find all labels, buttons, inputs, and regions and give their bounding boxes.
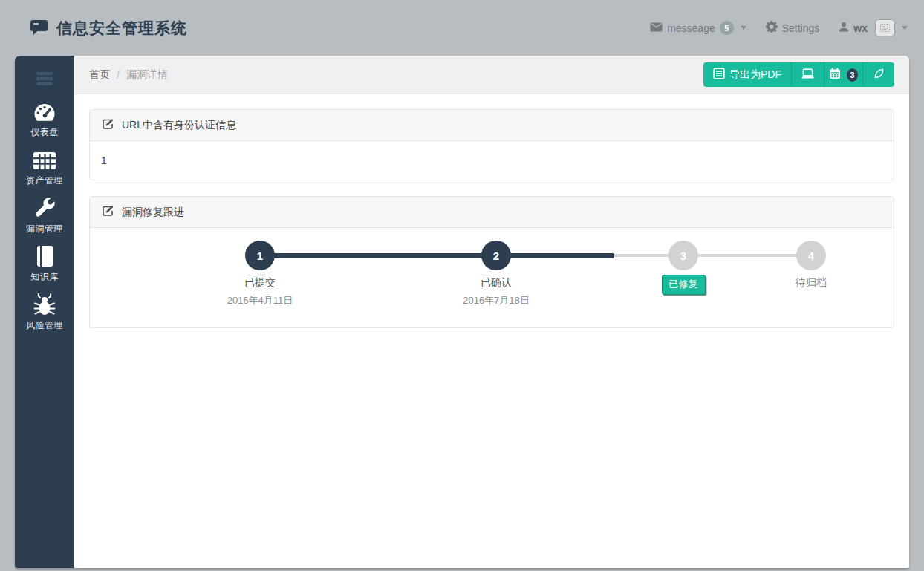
calendar-count-badge: 3 bbox=[847, 68, 858, 82]
panel-fix-progress: 漏洞修复跟进 1 已提交 2016年4月11日 2 已确认 2016年7月18日 bbox=[89, 196, 894, 328]
settings-label: Settings bbox=[782, 22, 820, 34]
grid-icon bbox=[33, 149, 56, 171]
messages-count-badge: 5 bbox=[720, 21, 734, 35]
breadcrumb: 首页 / 漏洞详情 bbox=[89, 68, 168, 82]
mark-fixed-button[interactable]: 已修复 bbox=[662, 275, 706, 295]
panel-title: URL中含有身份认证信息 bbox=[122, 119, 236, 132]
breadcrumb-separator: / bbox=[117, 69, 120, 81]
step-archive: 4 待归档 bbox=[737, 228, 885, 290]
gear-icon bbox=[766, 21, 778, 35]
step-date: 2016年4月11日 bbox=[186, 294, 334, 307]
chevron-down-icon bbox=[902, 26, 908, 30]
avatar bbox=[875, 19, 895, 36]
comment-button[interactable] bbox=[862, 62, 894, 87]
brand: 信息安全管理系统 bbox=[30, 18, 187, 39]
calendar-icon bbox=[829, 68, 841, 82]
step-circle: 2 bbox=[481, 241, 511, 270]
step-circle: 4 bbox=[796, 241, 826, 270]
leaf-icon bbox=[873, 68, 885, 82]
export-pdf-label: 导出为PDF bbox=[729, 68, 781, 82]
user-dropdown[interactable]: wx bbox=[839, 19, 908, 36]
breadcrumb-current: 漏洞详情 bbox=[126, 68, 168, 82]
wrench-icon bbox=[33, 197, 56, 219]
menu-toggle-icon[interactable] bbox=[36, 70, 53, 88]
step-circle: 3 bbox=[668, 241, 698, 270]
gauge-icon bbox=[33, 100, 56, 123]
header-menu: messeage 5 Settings wx bbox=[650, 19, 908, 36]
messages-label: messeage bbox=[667, 22, 715, 34]
step-label: 已确认 bbox=[422, 276, 570, 290]
display-button[interactable] bbox=[791, 62, 824, 87]
sidebar-item-assets[interactable]: 资产管理 bbox=[15, 149, 74, 187]
panel-header: URL中含有身份认证信息 bbox=[90, 110, 894, 141]
page-title: 信息安全管理系统 bbox=[56, 18, 187, 39]
step-date: 2016年7月18日 bbox=[422, 294, 570, 307]
sidebar: 仪表盘 资产管理 bbox=[15, 56, 74, 568]
settings-menu[interactable]: Settings bbox=[766, 21, 820, 35]
document-icon bbox=[713, 68, 725, 82]
sidebar-item-label: 风险管理 bbox=[26, 319, 63, 332]
sidebar-item-dashboard[interactable]: 仪表盘 bbox=[15, 100, 74, 139]
step-label: 待归档 bbox=[737, 276, 885, 290]
panel-title: 漏洞修复跟进 bbox=[122, 206, 184, 219]
user-name: wx bbox=[853, 22, 868, 34]
sidebar-item-label: 漏洞管理 bbox=[26, 223, 63, 235]
content-area: URL中含有身份认证信息 1 漏洞修复跟进 bbox=[74, 94, 909, 568]
main-area: 首页 / 漏洞详情 导出为PDF bbox=[74, 56, 909, 568]
sidebar-item-risk[interactable]: 风险管理 bbox=[15, 293, 74, 332]
app-logo-icon bbox=[30, 18, 49, 39]
progress-stepper: 1 已提交 2016年4月11日 2 已确认 2016年7月18日 3 已修复 bbox=[90, 228, 894, 327]
sidebar-item-label: 资产管理 bbox=[26, 174, 63, 187]
breadcrumb-home[interactable]: 首页 bbox=[89, 68, 110, 82]
sidebar-item-label: 知识库 bbox=[30, 271, 59, 284]
app-window: 仪表盘 资产管理 bbox=[15, 56, 909, 568]
step-circle: 1 bbox=[245, 241, 275, 270]
step-fixed: 3 已修复 bbox=[609, 228, 758, 295]
edit-icon bbox=[101, 204, 114, 220]
edit-icon bbox=[101, 117, 114, 133]
step-submitted: 1 已提交 2016年4月11日 bbox=[186, 228, 334, 307]
export-pdf-button[interactable]: 导出为PDF bbox=[703, 62, 791, 87]
chevron-down-icon bbox=[741, 26, 746, 30]
user-icon bbox=[839, 22, 849, 34]
sidebar-item-vulnerabilities[interactable]: 漏洞管理 bbox=[15, 197, 74, 235]
panel-vulnerability-info: URL中含有身份认证信息 1 bbox=[89, 109, 894, 180]
toolbar-button-group: 导出为PDF bbox=[703, 62, 894, 87]
messages-dropdown[interactable]: messeage 5 bbox=[650, 21, 746, 35]
panel-header: 漏洞修复跟进 bbox=[90, 197, 894, 228]
sidebar-nav: 仪表盘 资产管理 bbox=[15, 100, 74, 332]
panel-body: 1 bbox=[90, 141, 894, 180]
book-icon bbox=[34, 245, 55, 267]
bug-icon bbox=[33, 293, 56, 316]
breadcrumb-bar: 首页 / 漏洞详情 导出为PDF bbox=[74, 56, 909, 94]
top-header: 信息安全管理系统 messeage 5 Settings bbox=[0, 0, 924, 56]
calendar-button[interactable]: 3 bbox=[824, 62, 862, 87]
sidebar-item-knowledge-base[interactable]: 知识库 bbox=[15, 245, 74, 284]
envelope-icon bbox=[650, 22, 663, 34]
laptop-icon bbox=[801, 68, 815, 82]
step-label: 已提交 bbox=[186, 276, 334, 290]
sidebar-item-label: 仪表盘 bbox=[30, 126, 59, 139]
step-confirmed: 2 已确认 2016年7月18日 bbox=[422, 228, 570, 307]
